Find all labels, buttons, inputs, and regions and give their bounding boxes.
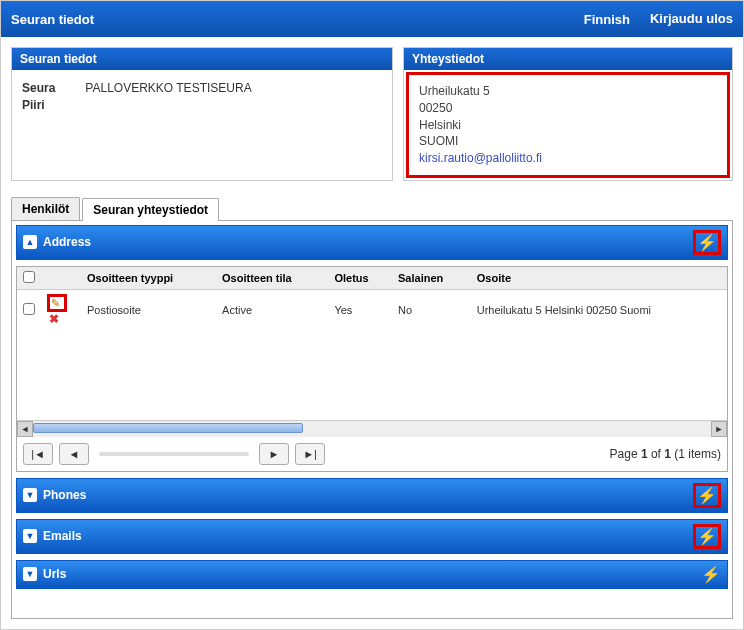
cell-address: Urheilukatu 5 Helsinki 00250 Suomi xyxy=(471,289,727,330)
contact-info-panel: Yhteystiedot Urheilukatu 5 00250 Helsink… xyxy=(403,47,733,181)
expand-icon[interactable]: ▼ xyxy=(23,488,37,502)
bolt-icon[interactable]: ⚡ xyxy=(701,565,721,584)
col-default[interactable]: Oletus xyxy=(328,267,392,290)
add-phone-highlight: ⚡ xyxy=(693,483,721,508)
pager-first-button[interactable]: |◄ xyxy=(23,443,53,465)
cell-secret: No xyxy=(392,289,471,330)
cell-default: Yes xyxy=(328,289,392,330)
contact-zip: 00250 xyxy=(419,100,717,117)
col-status[interactable]: Osoitteen tila xyxy=(216,267,328,290)
scroll-right-icon[interactable]: ► xyxy=(711,421,727,437)
section-phones-header[interactable]: ▼ Phones ⚡ xyxy=(16,478,728,513)
tab-people[interactable]: Henkilöt xyxy=(11,197,80,220)
pencil-icon[interactable]: ✎ xyxy=(51,297,63,309)
pager-next-button[interactable]: ► xyxy=(259,443,289,465)
label-district: Piiri xyxy=(22,97,55,114)
bolt-icon[interactable]: ⚡ xyxy=(697,233,717,252)
topbar: Seuran tiedot Finnish Kirjaudu ulos xyxy=(1,1,743,37)
value-club: PALLOVERKKO TESTISEURA xyxy=(85,80,251,97)
tab-club-contacts[interactable]: Seuran yhteystiedot xyxy=(82,198,219,221)
select-all-checkbox[interactable] xyxy=(23,271,35,283)
pager-slider[interactable] xyxy=(99,452,249,456)
club-panel-header: Seuran tiedot xyxy=(12,48,392,70)
expand-icon[interactable]: ▼ xyxy=(23,529,37,543)
tabs: Henkilöt Seuran yhteystiedot xyxy=(11,197,733,221)
contact-email-link[interactable]: kirsi.rautio@palloliitto.fi xyxy=(419,151,542,165)
contact-panel-header: Yhteystiedot xyxy=(404,48,732,70)
scroll-thumb[interactable] xyxy=(33,423,303,433)
section-emails-header[interactable]: ▼ Emails ⚡ xyxy=(16,519,728,554)
address-grid: Osoitteen tyyppi Osoitteen tila Oletus S… xyxy=(16,266,728,472)
collapse-icon[interactable]: ▲ xyxy=(23,235,37,249)
col-secret[interactable]: Salainen xyxy=(392,267,471,290)
horizontal-scrollbar[interactable]: ◄ ► xyxy=(17,420,727,437)
add-address-highlight: ⚡ xyxy=(693,230,721,255)
cell-type: Postiosoite xyxy=(81,289,216,330)
bolt-icon[interactable]: ⚡ xyxy=(697,527,717,546)
contact-highlight: Urheilukatu 5 00250 Helsinki SUOMI kirsi… xyxy=(406,72,730,178)
section-phones-label: Phones xyxy=(43,488,86,502)
section-urls-header[interactable]: ▼ Urls ⚡ xyxy=(16,560,728,589)
section-urls-label: Urls xyxy=(43,567,66,581)
pager-prev-button[interactable]: ◄ xyxy=(59,443,89,465)
section-address-header[interactable]: ▲ Address ⚡ xyxy=(16,225,728,260)
row-checkbox[interactable] xyxy=(23,303,35,315)
page-title: Seuran tiedot xyxy=(11,12,584,27)
table-row[interactable]: ✎ ✖ Postiosoite Active Yes No Urheilukat… xyxy=(17,289,727,330)
section-address-label: Address xyxy=(43,235,91,249)
expand-icon[interactable]: ▼ xyxy=(23,567,37,581)
contact-city: Helsinki xyxy=(419,117,717,134)
delete-icon[interactable]: ✖ xyxy=(49,312,59,326)
col-type[interactable]: Osoitteen tyyppi xyxy=(81,267,216,290)
edit-row-highlight: ✎ xyxy=(47,294,67,312)
add-email-highlight: ⚡ xyxy=(693,524,721,549)
language-selector[interactable]: Finnish xyxy=(584,12,630,27)
pager-last-button[interactable]: ►| xyxy=(295,443,325,465)
section-emails-label: Emails xyxy=(43,529,82,543)
scroll-left-icon[interactable]: ◄ xyxy=(17,421,33,437)
label-club: Seura xyxy=(22,80,55,97)
pager-info: Page 1 of 1 (1 items) xyxy=(610,447,721,461)
pager: |◄ ◄ ► ►| Page 1 of 1 (1 items) xyxy=(17,437,727,471)
contact-street: Urheilukatu 5 xyxy=(419,83,717,100)
bolt-icon[interactable]: ⚡ xyxy=(697,486,717,505)
club-info-panel: Seuran tiedot Seura Piiri PALLOVERKKO TE… xyxy=(11,47,393,181)
col-address[interactable]: Osoite xyxy=(471,267,727,290)
contact-country: SUOMI xyxy=(419,133,717,150)
logout-link[interactable]: Kirjaudu ulos xyxy=(650,12,733,26)
cell-status: Active xyxy=(216,289,328,330)
